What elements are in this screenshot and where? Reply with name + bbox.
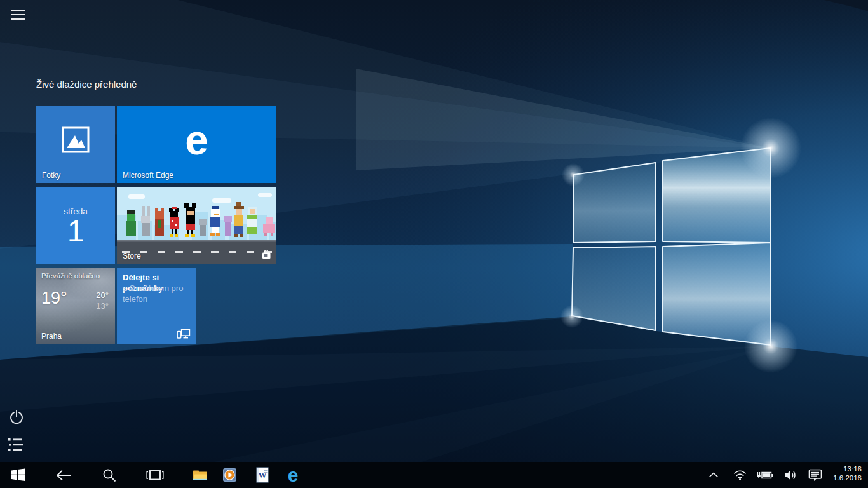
power-button[interactable] bbox=[9, 410, 25, 426]
tile-label: Store bbox=[123, 252, 141, 261]
tile-label: Microsoft Edge bbox=[123, 171, 173, 180]
task-view-icon bbox=[146, 468, 164, 482]
store-bag-icon bbox=[261, 250, 271, 259]
all-apps-button[interactable] bbox=[8, 438, 25, 453]
tile-calendar[interactable]: středa 1 bbox=[36, 187, 115, 264]
speaker-icon bbox=[783, 470, 797, 481]
edge-logo-icon: e bbox=[288, 466, 299, 485]
start-button[interactable] bbox=[5, 462, 31, 488]
tile-weather[interactable]: Převážně oblačno 19° 20° 13° Praha bbox=[36, 268, 115, 344]
task-view-button[interactable] bbox=[142, 462, 168, 488]
wifi-icon bbox=[733, 470, 747, 480]
tile-microsoft-edge[interactable]: e Microsoft Edge bbox=[117, 106, 276, 183]
devices-icon bbox=[177, 329, 191, 339]
battery-charging-icon bbox=[756, 471, 773, 480]
word-icon: W bbox=[255, 467, 269, 483]
edge-taskbar-button[interactable]: e bbox=[280, 462, 306, 488]
tile-group-title: Živé dlaždice přehledně bbox=[36, 79, 137, 90]
chevron-up-icon bbox=[709, 472, 719, 478]
weather-city: Praha bbox=[41, 332, 62, 341]
tile-photos[interactable]: Fotky bbox=[36, 106, 115, 183]
search-icon bbox=[102, 468, 116, 482]
windows10-start-screen: Živé dlaždice přehledně Fotky e Microsof… bbox=[0, 0, 868, 488]
tile-store[interactable]: Store bbox=[117, 187, 276, 264]
wifi-button[interactable] bbox=[729, 462, 750, 488]
taskbar-clock[interactable]: 13:16 1.6.2016 bbox=[824, 465, 865, 482]
tile-onenote[interactable]: Dělejte si poznámky s OneNotem pro telef… bbox=[117, 268, 196, 344]
windows-logo-icon bbox=[11, 468, 25, 482]
svg-text:W: W bbox=[259, 470, 267, 480]
search-button[interactable] bbox=[97, 462, 122, 488]
weather-low: 13° bbox=[96, 301, 109, 311]
battery-button[interactable] bbox=[754, 462, 775, 488]
onenote-subtitle: s OneNotem pro telefon bbox=[123, 283, 189, 305]
weather-temperature: 19° bbox=[41, 288, 67, 308]
taskbar: W e bbox=[0, 462, 868, 488]
photos-icon bbox=[61, 126, 90, 154]
tile-label: Fotky bbox=[42, 171, 60, 180]
weather-condition: Převážně oblačno bbox=[41, 272, 100, 280]
volume-button[interactable] bbox=[779, 462, 801, 488]
action-center-icon bbox=[808, 469, 822, 482]
clock-time: 13:16 bbox=[824, 465, 862, 474]
all-apps-icon bbox=[8, 438, 25, 452]
clock-date: 1.6.2016 bbox=[824, 474, 862, 483]
hamburger-icon bbox=[11, 10, 25, 11]
show-hidden-icons-button[interactable] bbox=[703, 462, 724, 488]
start-menu-hamburger-button[interactable] bbox=[10, 8, 27, 22]
back-button[interactable] bbox=[51, 462, 76, 488]
edge-logo-icon: e bbox=[117, 111, 276, 168]
action-center-button[interactable] bbox=[804, 462, 826, 488]
power-icon bbox=[9, 410, 24, 425]
back-arrow-icon bbox=[55, 469, 72, 482]
media-player-icon bbox=[222, 468, 237, 482]
word-button[interactable]: W bbox=[250, 462, 275, 488]
media-player-button[interactable] bbox=[217, 462, 242, 488]
weather-high: 20° bbox=[96, 290, 109, 300]
file-explorer-button[interactable] bbox=[187, 462, 213, 488]
file-explorer-icon bbox=[193, 469, 208, 482]
calendar-day-number: 1 bbox=[36, 216, 115, 247]
